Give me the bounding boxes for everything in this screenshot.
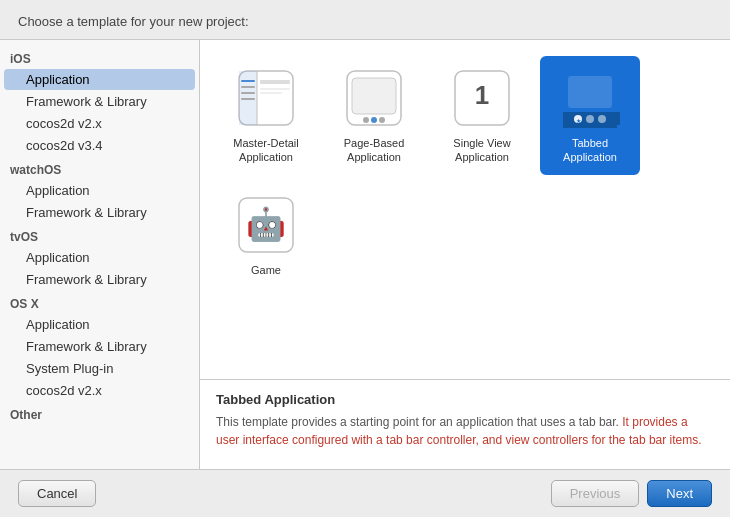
cancel-button[interactable]: Cancel — [18, 480, 96, 507]
sidebar-item-tv-application[interactable]: Application — [4, 247, 195, 268]
master-detail-icon — [234, 66, 298, 130]
sidebar-item-ios-cocos2d-v3[interactable]: cocos2d v3.4 — [4, 135, 195, 156]
template-item-page-based[interactable]: Page-BasedApplication — [324, 56, 424, 175]
template-item-master-detail[interactable]: Master-DetailApplication — [216, 56, 316, 175]
tabbed-icon: ★ — [558, 66, 622, 130]
svg-rect-5 — [241, 92, 255, 94]
dialog: Choose a template for your new project: … — [0, 0, 730, 517]
svg-rect-24 — [568, 76, 612, 108]
previous-button[interactable]: Previous — [551, 480, 640, 507]
svg-point-13 — [371, 117, 377, 123]
svg-rect-11 — [352, 78, 396, 114]
svg-text:🤖: 🤖 — [246, 205, 286, 243]
next-button[interactable]: Next — [647, 480, 712, 507]
sidebar-group-tvos: tvOS — [0, 224, 199, 246]
svg-rect-3 — [241, 80, 255, 82]
template-label-master-detail: Master-DetailApplication — [233, 136, 298, 165]
sidebar-item-watch-application[interactable]: Application — [4, 180, 195, 201]
description-title: Tabbed Application — [216, 392, 714, 407]
sidebar-item-osx-cocos2d[interactable]: cocos2d v2.x — [4, 380, 195, 401]
template-label-game: Game — [251, 263, 281, 277]
svg-point-12 — [363, 117, 369, 123]
svg-rect-4 — [241, 86, 255, 88]
svg-text:1: 1 — [475, 80, 489, 110]
footer-left: Cancel — [18, 480, 96, 507]
sidebar-item-ios-cocos2d-v2[interactable]: cocos2d v2.x — [4, 113, 195, 134]
template-label-page-based: Page-BasedApplication — [344, 136, 405, 165]
sidebar-group-watchos: watchOS — [0, 157, 199, 179]
template-label-single-view: Single ViewApplication — [453, 136, 510, 165]
sidebar-item-osx-sysplugin[interactable]: System Plug-in — [4, 358, 195, 379]
svg-point-14 — [379, 117, 385, 123]
description-panel: Tabbed Application This template provide… — [200, 379, 730, 469]
svg-rect-8 — [260, 88, 290, 90]
game-icon: 🤖 — [234, 193, 298, 257]
single-view-icon: 1 — [450, 66, 514, 130]
template-item-tabbed[interactable]: ★ TabbedApplication — [540, 56, 640, 175]
svg-point-21 — [586, 115, 594, 123]
sidebar-item-osx-framework[interactable]: Framework & Library — [4, 336, 195, 357]
footer-right: Previous Next — [551, 480, 712, 507]
templates-grid: Master-DetailApplication Page-BasedAppli… — [200, 40, 730, 379]
footer: Cancel Previous Next — [0, 470, 730, 517]
svg-rect-9 — [260, 92, 282, 94]
page-based-icon — [342, 66, 406, 130]
svg-point-22 — [598, 115, 606, 123]
sidebar-item-osx-application[interactable]: Application — [4, 314, 195, 335]
content-area: iOSApplicationFramework & Librarycocos2d… — [0, 39, 730, 470]
sidebar-item-ios-application[interactable]: Application — [4, 69, 195, 90]
sidebar-group-ios: iOS — [0, 46, 199, 68]
svg-rect-7 — [260, 80, 290, 84]
sidebar-item-ios-framework[interactable]: Framework & Library — [4, 91, 195, 112]
template-item-single-view[interactable]: 1 Single ViewApplication — [432, 56, 532, 175]
template-item-game[interactable]: 🤖 Game — [216, 183, 316, 287]
sidebar-item-tv-framework[interactable]: Framework & Library — [4, 269, 195, 290]
sidebar: iOSApplicationFramework & Librarycocos2d… — [0, 40, 200, 469]
svg-text:★: ★ — [576, 118, 581, 124]
sidebar-group-os-x: OS X — [0, 291, 199, 313]
template-label-tabbed: TabbedApplication — [563, 136, 617, 165]
header-text: Choose a template for your new project: — [18, 14, 249, 29]
sidebar-group-other: Other — [0, 402, 199, 424]
sidebar-item-watch-framework[interactable]: Framework & Library — [4, 202, 195, 223]
dialog-header: Choose a template for your new project: — [0, 0, 730, 39]
main-panel: Master-DetailApplication Page-BasedAppli… — [200, 40, 730, 469]
description-text: This template provides a starting point … — [216, 413, 714, 449]
svg-rect-6 — [241, 98, 255, 100]
